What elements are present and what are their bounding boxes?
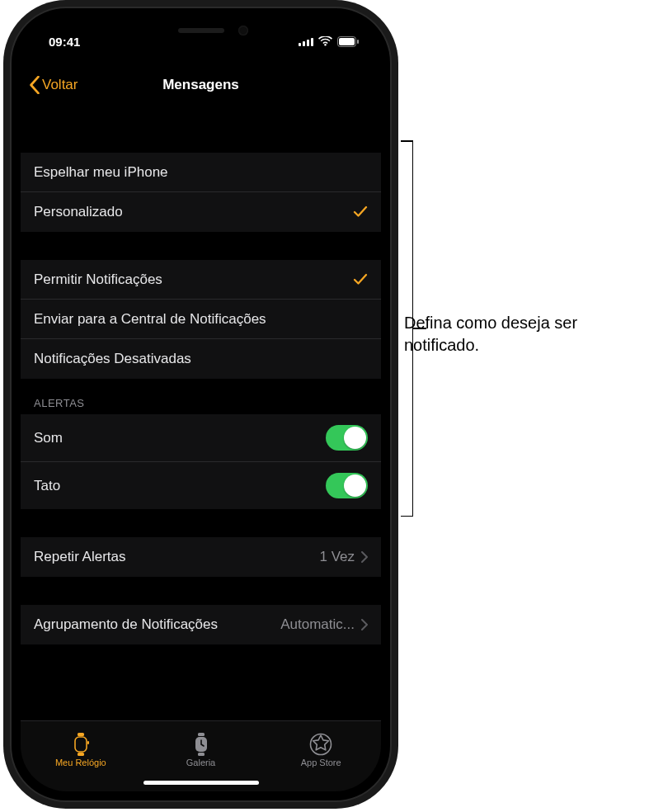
chevron-right-icon bbox=[361, 551, 368, 563]
cellular-signal-icon bbox=[299, 36, 313, 46]
watch-icon bbox=[70, 733, 92, 756]
svg-rect-6 bbox=[87, 741, 89, 744]
mirror-iphone-row[interactable]: Espelhar meu iPhone bbox=[21, 153, 381, 192]
allow-notifications-label: Permitir Notificações bbox=[34, 271, 162, 288]
repeat-alerts-row[interactable]: Repetir Alertas 1 Vez bbox=[21, 537, 381, 577]
svg-rect-2 bbox=[357, 40, 359, 44]
back-label: Voltar bbox=[42, 77, 78, 93]
speaker-grille bbox=[178, 28, 224, 33]
svg-rect-8 bbox=[198, 733, 205, 736]
svg-rect-9 bbox=[198, 753, 205, 756]
sound-row: Som bbox=[21, 414, 381, 462]
custom-label: Personalizado bbox=[34, 204, 123, 220]
haptic-row: Tato bbox=[21, 462, 381, 509]
wifi-icon bbox=[318, 36, 332, 46]
tab-my-watch-label: Meu Relógio bbox=[55, 758, 106, 767]
chevron-left-icon bbox=[29, 76, 40, 94]
callout-text: Defina como deseja ser notificado. bbox=[404, 312, 635, 356]
sound-label: Som bbox=[34, 430, 63, 446]
repeat-alerts-value: 1 Vez bbox=[319, 549, 355, 565]
svg-rect-4 bbox=[78, 733, 84, 736]
haptic-label: Tato bbox=[34, 478, 60, 494]
tab-app-store[interactable]: App Store bbox=[261, 721, 381, 778]
notch bbox=[115, 17, 288, 44]
iphone-frame: 09:41 Voltar Mensagens bbox=[12, 8, 390, 800]
watch-face-icon bbox=[190, 733, 212, 756]
tab-gallery[interactable]: Galeria bbox=[141, 721, 261, 778]
mirror-iphone-label: Espelhar meu iPhone bbox=[34, 164, 168, 181]
notifications-off-label: Notificações Desativadas bbox=[34, 351, 191, 367]
allow-notifications-row[interactable]: Permitir Notificações bbox=[21, 260, 381, 300]
page-title: Mensagens bbox=[162, 77, 239, 93]
status-time: 09:41 bbox=[49, 35, 80, 49]
tab-app-store-label: App Store bbox=[301, 758, 341, 767]
settings-content[interactable]: Espelhar meu iPhone Personalizado Permit… bbox=[21, 110, 381, 720]
tab-bar: Meu Relógio Galeria App Store bbox=[21, 720, 381, 791]
nav-bar: Voltar Mensagens bbox=[21, 67, 381, 103]
svg-rect-3 bbox=[75, 737, 87, 752]
svg-rect-5 bbox=[78, 753, 84, 756]
home-indicator[interactable] bbox=[143, 781, 259, 785]
front-camera bbox=[238, 26, 248, 35]
repeat-alerts-label: Repetir Alertas bbox=[34, 549, 126, 565]
svg-point-10 bbox=[311, 734, 332, 754]
back-button[interactable]: Voltar bbox=[29, 67, 78, 103]
screen: 09:41 Voltar Mensagens bbox=[21, 17, 381, 791]
notification-grouping-value: Automatic... bbox=[280, 616, 355, 633]
chevron-right-icon bbox=[361, 619, 368, 630]
alerts-section-header: Alertas bbox=[21, 379, 381, 414]
notification-grouping-label: Agrupamento de Notificações bbox=[34, 616, 218, 633]
sound-toggle[interactable] bbox=[326, 425, 368, 451]
battery-icon bbox=[337, 36, 360, 47]
checkmark-icon bbox=[353, 272, 368, 287]
svg-rect-1 bbox=[339, 38, 355, 45]
send-to-notification-center-label: Enviar para a Central de Notificações bbox=[34, 311, 266, 328]
checkmark-icon bbox=[353, 205, 368, 220]
tab-gallery-label: Galeria bbox=[186, 758, 215, 767]
custom-row[interactable]: Personalizado bbox=[21, 192, 381, 232]
app-store-icon bbox=[309, 733, 332, 756]
haptic-toggle[interactable] bbox=[326, 473, 368, 498]
tab-my-watch[interactable]: Meu Relógio bbox=[21, 721, 141, 778]
notification-grouping-row[interactable]: Agrupamento de Notificações Automatic... bbox=[21, 605, 381, 644]
send-to-notification-center-row[interactable]: Enviar para a Central de Notificações bbox=[21, 300, 381, 339]
notifications-off-row[interactable]: Notificações Desativadas bbox=[21, 339, 381, 379]
